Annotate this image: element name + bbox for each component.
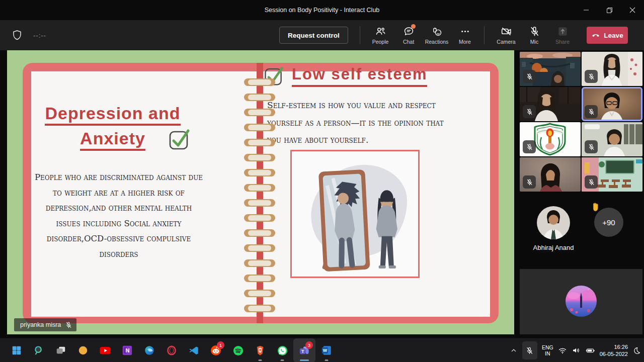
shared-screen[interactable]: Depression and Anxiety People who are di…	[7, 50, 514, 334]
task-view-button[interactable]	[50, 338, 72, 362]
people-button[interactable]: People	[366, 23, 394, 45]
meeting-actions: People Chat Reactions More	[366, 23, 479, 45]
spiral-ring	[244, 214, 275, 222]
participant-panel[interactable]	[520, 269, 642, 334]
camera-button[interactable]: Camera	[492, 23, 520, 45]
youtube-button[interactable]	[94, 338, 116, 362]
spiral-ring	[244, 139, 275, 146]
more-button[interactable]: More	[451, 23, 479, 45]
vscode-icon	[188, 345, 199, 356]
brave-icon	[255, 345, 266, 356]
minimize-button[interactable]	[575, 0, 598, 20]
whatsapp-button[interactable]	[271, 338, 293, 362]
brave-button[interactable]	[249, 338, 271, 362]
presenter-name: priyanka misra	[20, 321, 61, 328]
participant-video-woman-looking-down[interactable]	[520, 157, 581, 192]
participant-video-grid	[520, 52, 642, 192]
spiral-ring	[244, 154, 275, 161]
system-tray: ENG IN 16:26 06-05-2022	[510, 338, 641, 362]
reddit-notification-badge: 1	[217, 341, 224, 349]
participant-video-game-scene[interactable]	[520, 52, 581, 86]
spiral-ring	[244, 244, 275, 252]
participant-video-classroom[interactable]	[582, 157, 642, 192]
reddit-button[interactable]: 1	[205, 338, 227, 362]
people-icon	[375, 26, 386, 37]
amber-circle-icon	[77, 345, 89, 356]
slide-title-left-line1: Depression and	[45, 104, 180, 126]
more-icon	[459, 26, 471, 37]
word-button[interactable]: W	[315, 338, 338, 362]
spiral-ring	[244, 275, 275, 282]
spotify-button[interactable]	[227, 338, 249, 362]
volume-icon[interactable]	[572, 346, 581, 355]
active-indicator	[300, 359, 309, 361]
tile-mic-off-badge	[585, 105, 598, 118]
tray-mic-button[interactable]	[522, 341, 537, 359]
tray-expand-chevron-icon[interactable]	[510, 346, 518, 354]
mic-off-icon	[526, 108, 533, 116]
task-view-icon	[55, 345, 66, 356]
avatar[interactable]	[537, 206, 570, 239]
presenter-name-tag: priyanka misra	[14, 318, 76, 331]
search-button[interactable]	[28, 338, 50, 362]
language-code: ENG	[542, 344, 553, 350]
leave-button[interactable]: Leave	[587, 27, 628, 44]
request-control-label: Request control	[288, 32, 340, 39]
participant-video-school-crest[interactable]	[520, 122, 581, 156]
onenote-icon: N	[122, 345, 133, 356]
share-button: Share	[548, 23, 577, 45]
clock[interactable]: 16:26 06-05-2022	[600, 343, 628, 357]
youtube-icon	[99, 344, 111, 356]
edge-button[interactable]	[138, 338, 160, 362]
search-icon	[33, 345, 44, 356]
participant-video-boy-glasses-active[interactable]	[582, 87, 642, 121]
language-region: IN	[542, 350, 553, 356]
battery-icon[interactable]	[585, 346, 595, 355]
participant-video-girl-light-room[interactable]	[582, 52, 642, 86]
mic-off-icon	[526, 178, 533, 186]
meeting-timer: --:--	[33, 32, 46, 39]
language-indicator[interactable]: ENG IN	[542, 344, 553, 356]
slide-body-right: Self-esteem is how you value and respect…	[267, 97, 451, 149]
running-indicator	[259, 359, 262, 361]
hangup-icon	[591, 31, 600, 40]
chat-button[interactable]: Chat	[394, 23, 423, 45]
spiral-ring	[244, 259, 275, 267]
wifi-icon[interactable]	[558, 346, 567, 355]
svg-text:W: W	[323, 348, 328, 353]
onenote-button[interactable]: N	[116, 338, 138, 362]
opera-icon	[166, 345, 177, 356]
teams-button[interactable]: T 3	[293, 338, 315, 362]
reactions-label: Reactions	[425, 39, 449, 45]
cortana-button[interactable]	[72, 338, 94, 362]
spiral-ring	[244, 290, 275, 297]
tile-mic-off-badge	[523, 175, 536, 189]
tile-mic-off-badge	[585, 140, 598, 153]
participant-video-girl-window-room[interactable]	[582, 122, 642, 156]
meeting-stage: Depression and Anxiety People who are di…	[0, 50, 644, 338]
taskbar-icons: N	[6, 338, 338, 362]
spiral-binding-rings	[244, 78, 275, 320]
vscode-button[interactable]	[183, 338, 205, 362]
start-button[interactable]	[6, 338, 28, 362]
request-control-button[interactable]: Request control	[279, 27, 348, 44]
close-button[interactable]	[621, 0, 644, 20]
toolbar-divider	[484, 26, 485, 44]
spiral-ring	[244, 199, 275, 207]
restore-button[interactable]	[598, 0, 621, 20]
slide-title-right: Low self esteem	[292, 65, 427, 87]
minimize-icon	[583, 7, 589, 13]
more-label: More	[459, 39, 471, 45]
reactions-button[interactable]: Reactions	[423, 23, 451, 45]
opera-button[interactable]	[160, 338, 183, 362]
window-controls	[575, 0, 644, 20]
spotify-icon	[232, 345, 244, 356]
tile-mic-off-badge	[585, 175, 598, 189]
mic-off-icon	[529, 26, 540, 37]
mic-off-icon	[526, 73, 533, 80]
mic-button[interactable]: Mic	[520, 23, 548, 45]
focus-assist-moon-icon[interactable]	[632, 346, 641, 355]
participant-video-girl-dark-room[interactable]	[520, 87, 581, 121]
spiral-ring	[244, 169, 275, 176]
mirror-illustration	[290, 150, 420, 278]
